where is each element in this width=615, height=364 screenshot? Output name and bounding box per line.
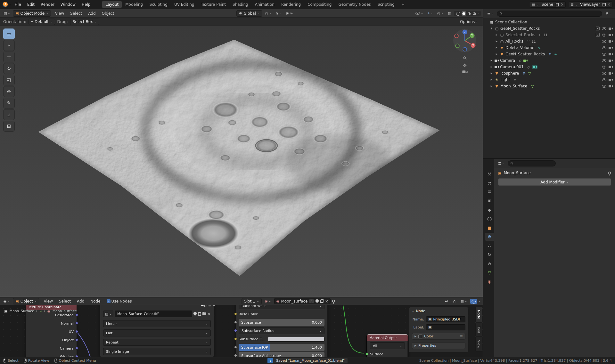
camera-visibility-icon[interactable] <box>609 34 613 36</box>
snapping-magnet-icon[interactable]: ∩ <box>451 298 457 304</box>
shader-socket-icon[interactable] <box>365 352 368 355</box>
pin-icon[interactable] <box>608 172 611 174</box>
outliner-row-geon-scatter-rocks[interactable]: ▼▢GeoN_Scatter_Rocks✓ <box>483 25 615 32</box>
eye-icon[interactable] <box>602 27 606 30</box>
camera-visibility-icon[interactable] <box>609 53 613 56</box>
color-swatch[interactable] <box>268 337 324 342</box>
snap-grid-dropdown[interactable]: ▦⌄ <box>459 299 469 303</box>
shader-menu-view[interactable]: View <box>41 298 56 304</box>
image-name-field[interactable]: Moon_Surface_Color.tiff <box>115 311 192 317</box>
outliner-row-scene-collection[interactable]: ▦Scene Collection <box>483 19 615 25</box>
outliner-row-camera[interactable]: ▶Camera◇ <box>483 57 615 64</box>
properties-section[interactable]: ▶ Properties <box>412 342 465 349</box>
camera-visibility-icon[interactable] <box>609 78 613 81</box>
workspace-tab-scripting[interactable]: Scripting <box>374 1 398 8</box>
shader-menu-select[interactable]: Select <box>56 298 74 304</box>
physics-properties-tab[interactable]: ↻ <box>485 251 494 259</box>
workspace-tab-layout[interactable]: Layout <box>102 1 122 8</box>
vector-socket-icon[interactable] <box>234 329 237 332</box>
modifiers-properties-tab[interactable]: ⚙ <box>485 233 494 241</box>
proportional-editing-button[interactable]: ◉∿ <box>284 11 295 16</box>
eye-icon[interactable] <box>602 53 606 56</box>
new-material-icon[interactable] <box>320 299 324 303</box>
unlink-material-icon[interactable]: × <box>325 299 328 303</box>
checkbox-icon[interactable]: ✓ <box>596 33 600 37</box>
outliner-search-input[interactable]: ⚲ <box>497 11 602 17</box>
sidebar-tab-node[interactable]: Node <box>475 307 482 322</box>
material-properties-tab[interactable]: ◉ <box>485 278 494 286</box>
color-socket-icon[interactable] <box>234 337 237 340</box>
workspace-tab-rendering[interactable]: Rendering <box>278 1 304 8</box>
source-select[interactable]: Single Image⌄ <box>103 348 211 355</box>
shader-menu-add[interactable]: Add <box>74 298 87 304</box>
scale-tool-button[interactable]: ◰ <box>3 75 15 85</box>
camera-visibility-icon[interactable] <box>609 40 613 43</box>
open-image-icon[interactable] <box>202 312 206 315</box>
menu-icon[interactable]: ≡ <box>460 335 463 338</box>
show-gizmo-button[interactable]: ⌖⌄ <box>426 11 434 16</box>
outliner-row-delete-volume[interactable]: ▶▼Delete_Volume∿ <box>483 44 615 51</box>
shader-type-dropdown[interactable]: ▣ Object ⌄ <box>13 298 39 304</box>
pb-random-walk-select[interactable]: Random Walk⌄ <box>239 305 324 309</box>
viewport-canvas[interactable]: ▭⌖✛↻◰⊕✎⊿⊞ Z Y X <box>0 26 483 297</box>
outliner-row-icosphere[interactable]: ▶▼Icosphere⚙▽ <box>483 70 615 77</box>
viewport-menu-object[interactable]: Object <box>99 10 117 17</box>
material-preview-icon[interactable]: ◑ <box>467 11 471 16</box>
transform-tool-button[interactable]: ⊕ <box>3 86 15 97</box>
shader-menu-node[interactable]: Node <box>87 298 103 304</box>
view-layer-properties-tab[interactable]: ▣ <box>485 197 494 205</box>
value-socket-icon[interactable] <box>234 354 237 357</box>
show-visibility-button[interactable]: ⌄ <box>414 11 425 15</box>
vector-socket-icon[interactable] <box>75 330 78 333</box>
vector-socket-icon[interactable] <box>75 338 78 341</box>
scene-selector[interactable]: ▦ ⌄ Scene × <box>530 1 566 8</box>
unlink-image-icon[interactable]: × <box>208 312 211 316</box>
world-properties-tab[interactable]: ◯ <box>485 215 494 223</box>
eye-icon[interactable] <box>602 40 606 43</box>
disclosure-right-icon[interactable]: ▶ <box>495 53 498 55</box>
menu-render[interactable]: Render <box>38 1 57 8</box>
move-tool-button[interactable]: ✛ <box>3 52 15 62</box>
add-workspace-button[interactable]: + <box>398 1 408 8</box>
menu-window[interactable]: Window <box>58 1 78 8</box>
image-texture-node[interactable]: ColorAlpha ▤⌄ Moon_Surface_Color.tiff × … <box>100 305 214 357</box>
pivot-point-button[interactable]: ◎⌄ <box>264 11 273 16</box>
node-title[interactable]: Material Output <box>367 335 408 341</box>
rendered-shading-icon[interactable]: ◕ <box>472 11 477 16</box>
browse-material-button[interactable]: ◉ ⌄ <box>263 299 273 303</box>
eye-icon[interactable] <box>602 72 606 75</box>
camera-visibility-icon[interactable] <box>609 59 613 62</box>
select-box-tool-button[interactable]: ▭ <box>3 28 15 39</box>
use-nodes-checkbox[interactable]: ✓ Use Nodes <box>105 298 134 304</box>
projection-select[interactable]: Flat⌄ <box>103 329 211 336</box>
fake-user-shield-icon[interactable] <box>193 312 197 316</box>
editor-type-button[interactable]: ≣ ⌄ <box>496 161 506 166</box>
workspace-tab-sculpting[interactable]: Sculpting <box>146 1 171 8</box>
chevron-down-icon[interactable]: ⌄ <box>479 300 481 303</box>
blender-logo-icon[interactable] <box>3 2 8 7</box>
viewport-menu-select[interactable]: Select <box>67 10 85 17</box>
sidebar-tab-tool[interactable]: Tool <box>475 323 482 336</box>
workspace-tab-compositing[interactable]: Compositing <box>304 1 335 8</box>
workspace-tab-shading[interactable]: Shading <box>229 1 251 8</box>
navigation-gizmo[interactable]: Z Y X <box>453 28 477 53</box>
disclosure-right-icon[interactable]: ▶ <box>495 40 498 43</box>
node-name-field[interactable]: ▣ Principled BSDF <box>426 316 465 322</box>
menu-file[interactable]: File <box>12 1 24 8</box>
pin-icon[interactable] <box>332 300 335 303</box>
viewport-menu-view[interactable]: View <box>52 10 67 17</box>
filter-button[interactable]: ∇⌄ <box>604 11 613 16</box>
report-message[interactable]: i Saved "Lunar_Moon_surface_01.blend" <box>267 358 348 363</box>
extension-select[interactable]: Repeat⌄ <box>103 339 211 346</box>
disclosure-right-icon[interactable]: ▶ <box>490 85 493 87</box>
principled-bsdf-node[interactable]: Random Walk⌄Base ColorSubsurface0.000Sub… <box>235 305 328 357</box>
eye-icon[interactable] <box>602 59 606 62</box>
camera-visibility-icon[interactable] <box>609 66 613 69</box>
color-socket-icon[interactable] <box>234 312 237 315</box>
editor-type-button[interactable]: ▧ ⌄ <box>2 11 12 16</box>
options-dropdown[interactable]: Options ⌄ <box>458 19 480 25</box>
camera-visibility-icon[interactable] <box>609 46 613 49</box>
solid-shading-icon[interactable]: ● <box>462 11 466 16</box>
outliner-row-light[interactable]: ▶☀Light☀ <box>483 77 615 83</box>
eye-icon[interactable] <box>602 34 606 36</box>
